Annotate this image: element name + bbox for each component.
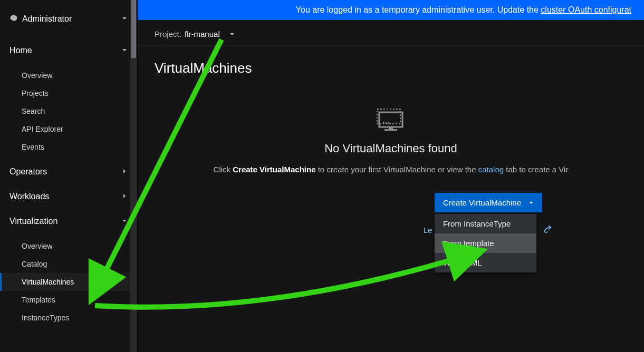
page-title: VirtualMachines (155, 60, 627, 76)
learn-link-trunc[interactable]: Le (424, 226, 432, 234)
svg-point-6 (388, 122, 390, 124)
create-virtualmachine-button[interactable]: Create VirtualMachine (435, 193, 542, 212)
sidebar-section-operators[interactable]: Operators (0, 160, 137, 184)
scrollbar-track (130, 0, 137, 352)
empty-title: No VirtualMachines found (324, 142, 457, 155)
button-label: Create VirtualMachine (443, 198, 521, 207)
chevron-down-icon (222, 30, 235, 38)
gear-icon (9, 14, 18, 24)
section-label: Home (9, 46, 32, 55)
home-subitems: Overview Projects Search API Explorer Ev… (0, 63, 137, 160)
quickstart-icon[interactable] (543, 224, 553, 236)
chevron-right-icon (121, 192, 128, 201)
menu-item-from-instancetype[interactable]: From InstanceType (435, 214, 536, 233)
perspective-label: Administrator (22, 14, 72, 24)
chevron-down-icon (121, 46, 128, 55)
perspective-switcher[interactable]: Administrator (0, 0, 137, 38)
svg-point-5 (386, 122, 387, 124)
sidebar-item-projects[interactable]: Projects (0, 84, 137, 102)
sidebar-item-virtualmachines[interactable]: VirtualMachines (0, 273, 137, 291)
sidebar-section-workloads[interactable]: Workloads (0, 184, 137, 209)
sidebar: Administrator Home Overview Projects Sea… (0, 0, 138, 352)
sidebar-item-overview[interactable]: Overview (0, 66, 137, 84)
section-label: Workloads (9, 192, 49, 201)
chevron-down-icon (121, 217, 128, 226)
label: Overview (22, 242, 52, 250)
project-prefix: Project: (155, 30, 181, 38)
label: Projects (22, 89, 49, 97)
sidebar-item-virt-overview[interactable]: Overview (0, 237, 137, 255)
label: From InstanceType (443, 219, 511, 228)
label: API Explorer (22, 125, 63, 133)
sidebar-item-events[interactable]: Events (0, 138, 137, 156)
sidebar-item-catalog[interactable]: Catalog (0, 255, 137, 273)
menu-item-from-template[interactable]: From template (435, 233, 536, 253)
chevron-down-icon (121, 14, 128, 24)
scrollbar-thumb[interactable] (131, 0, 136, 58)
banner-link[interactable]: cluster OAuth configurat (541, 5, 631, 14)
svg-point-4 (383, 122, 385, 124)
sidebar-item-instancetypes[interactable]: InstanceTypes (0, 309, 137, 327)
label: VirtualMachines (22, 278, 74, 286)
sidebar-item-templates[interactable]: Templates (0, 291, 137, 309)
virtualization-subitems: Overview Catalog VirtualMachines Templat… (0, 234, 137, 330)
sidebar-item-api-explorer[interactable]: API Explorer (0, 120, 137, 138)
text: tab to create a Vir (504, 165, 568, 174)
svg-rect-0 (379, 112, 402, 127)
sidebar-section-home[interactable]: Home (0, 38, 137, 63)
empty-subtitle: Click Create VirtualMachine to create yo… (214, 165, 569, 174)
label: From template (443, 239, 494, 248)
text: to create your first VirtualMachine or v… (316, 165, 478, 174)
banner-text: You are logged in as a temporary adminis… (296, 5, 541, 14)
project-name: flr-manual (185, 30, 220, 38)
section-label: Virtualization (9, 217, 57, 226)
empty-state-icon (375, 106, 407, 131)
label: InstanceTypes (22, 314, 69, 322)
label: Catalog (22, 260, 47, 268)
main: You are logged in as a temporary adminis… (138, 0, 644, 352)
create-menu: From InstanceType From template With YAM… (435, 214, 536, 272)
text: Click (214, 165, 233, 174)
svg-rect-1 (377, 109, 400, 124)
label: Search (22, 107, 45, 115)
label: Events (22, 143, 44, 151)
top-banner: You are logged in as a temporary adminis… (138, 0, 644, 20)
section-label: Operators (9, 167, 47, 177)
chevron-down-icon (528, 198, 534, 207)
label: Overview (22, 71, 52, 80)
sidebar-section-virtualization[interactable]: Virtualization (0, 209, 137, 234)
menu-item-with-yaml[interactable]: With YAML (435, 253, 536, 272)
project-selector[interactable]: Project: flr-manual (138, 20, 644, 45)
catalog-link[interactable]: catalog (478, 165, 504, 174)
svg-rect-3 (385, 129, 397, 131)
sidebar-item-search[interactable]: Search (0, 102, 137, 120)
label: With YAML (443, 258, 482, 267)
label: Templates (22, 296, 55, 304)
chevron-right-icon (121, 167, 128, 177)
text-bold: Create VirtualMachine (233, 165, 315, 174)
